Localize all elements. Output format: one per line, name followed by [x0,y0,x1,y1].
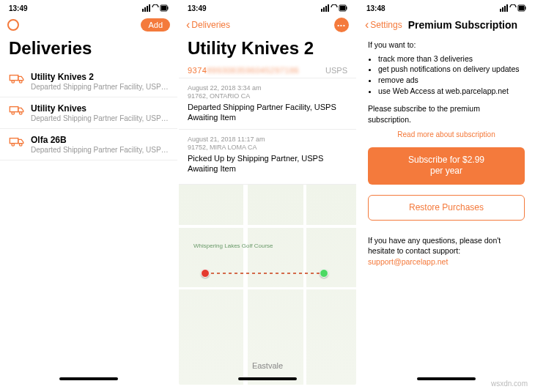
back-label: Settings [370,20,402,30]
back-button[interactable]: ‹ Settings [365,19,402,31]
feature-list: track more than 3 deliveries get push no… [368,53,525,97]
svg-point-14 [12,144,15,147]
status-bar: 13:48 [358,0,535,13]
delivery-status: Departed Shipping Partner Facility, USPS… [31,114,169,122]
route-line [179,185,356,385]
svg-point-15 [20,144,23,147]
tracking-row: 93748993083596045297186 USPS [179,66,356,78]
delivery-detail-screen: 13:49 ‹ Deliveries ••• Utility Knives 2 … [179,0,356,385]
chevron-left-icon: ‹ [186,19,190,31]
svg-rect-10 [10,107,18,112]
back-button[interactable]: ‹ Deliveries [186,19,230,31]
svg-rect-5 [161,6,166,10]
carrier-label: USPS [325,66,347,75]
status-bar: 13:49 [0,0,177,13]
support-email-link[interactable]: support@parcelapp.net [368,256,525,267]
read-more-link[interactable]: Read more about subscription [368,130,525,140]
svg-rect-1 [144,7,146,12]
svg-rect-29 [519,6,524,10]
delivery-row[interactable]: Olfa 26B Departed Shipping Partner Facil… [0,129,177,160]
contact-text: If you have any questions, please don't … [368,235,525,256]
intro-text: If you want to: [368,40,525,51]
page-title: Utility Knives 2 [179,37,356,66]
route-map[interactable]: Whispering Lakes Golf Course Eastvale [179,184,356,385]
tracking-event: August 21, 2018 11:17 am 91752, MIRA LOM… [179,129,356,180]
svg-rect-25 [502,7,503,12]
delivery-row[interactable]: Utility Knives Departed Shipping Partner… [0,97,177,129]
svg-rect-26 [504,6,506,12]
page-title: Deliveries [0,37,177,66]
delivery-title: Utility Knives 2 [31,72,169,82]
back-label: Deliveries [191,20,230,30]
svg-rect-19 [328,4,329,12]
home-indicator[interactable] [59,377,118,380]
truck-icon [9,105,23,115]
event-timestamp: August 21, 2018 11:17 am [188,136,347,143]
svg-point-12 [20,112,23,115]
delivery-status: Departed Shipping Partner Facility, USPS… [31,146,169,154]
home-indicator[interactable] [238,377,297,380]
subscribe-button[interactable]: Subscribe for $2.99 per year [368,147,525,185]
nav-row: ‹ Settings Premium Subscription [358,13,535,37]
restore-purchases-button[interactable]: Restore Purchases [368,195,525,221]
chevron-left-icon: ‹ [365,19,369,31]
svg-rect-7 [10,75,18,81]
feature-item: track more than 3 deliveries [378,53,525,64]
truck-icon [9,73,23,84]
nav-row: ‹ Deliveries ••• [179,13,356,37]
svg-point-11 [12,112,15,115]
event-location: 91762, ONTARIO CA [188,92,347,100]
svg-rect-17 [323,7,325,12]
delivery-row[interactable]: Utility Knives 2 Departed Shipping Partn… [0,66,177,97]
status-time: 13:49 [9,4,28,12]
delivery-status: Departed Shipping Partner Facility, USPS… [31,83,169,91]
more-icon[interactable]: ••• [334,18,349,32]
svg-rect-22 [346,7,347,10]
status-indicators [321,4,347,12]
status-bar: 13:49 [179,0,356,13]
svg-rect-27 [506,4,508,12]
map-city-label: Eastvale [252,361,283,370]
svg-rect-3 [149,4,150,12]
delivery-title: Utility Knives [31,103,169,114]
watermark: wsxdn.com [491,380,528,388]
svg-point-8 [12,81,15,84]
tracking-number[interactable]: 93748993083596045297186 [188,66,299,75]
svg-rect-6 [167,7,169,10]
home-indicator[interactable] [417,377,476,380]
premium-body: If you want to: track more than 3 delive… [358,37,535,267]
svg-rect-0 [142,9,144,12]
delivery-title: Olfa 26B [31,135,169,145]
page-title: Premium Subscription [402,19,528,31]
status-time: 13:49 [188,4,207,12]
add-button[interactable]: Add [141,18,170,32]
deliveries-list-screen: 13:49 Add Deliveries Utility Knives 2 De… [0,0,177,385]
feature-item: remove ads [378,75,525,86]
svg-rect-24 [500,9,501,12]
nav-row: Add [0,13,177,37]
event-description: Departed Shipping Partner Facility, USPS… [188,102,347,123]
tracking-event: August 22, 2018 3:34 am 91762, ONTARIO C… [179,78,356,129]
svg-rect-30 [525,7,526,10]
event-description: Picked Up by Shipping Partner, USPS Awai… [188,153,347,174]
svg-rect-16 [321,9,322,12]
svg-rect-18 [325,6,327,12]
truck-icon [9,136,23,147]
status-indicators [142,4,169,12]
status-indicators [500,4,526,12]
please-text: Please subscribe to the premium subscrip… [368,103,525,125]
svg-point-9 [20,81,23,84]
svg-rect-2 [147,6,148,12]
premium-subscription-screen: 13:48 ‹ Settings Premium Subscription If… [358,0,535,385]
event-timestamp: August 22, 2018 3:34 am [188,84,347,92]
status-time: 13:48 [366,4,385,12]
svg-rect-21 [340,6,345,10]
feature-item: use Web Access at web.parcelapp.net [378,86,525,97]
feature-item: get push notifications on delivery updat… [378,64,525,75]
event-location: 91752, MIRA LOMA CA [188,144,347,151]
svg-rect-13 [10,138,18,144]
settings-icon[interactable] [7,19,19,31]
